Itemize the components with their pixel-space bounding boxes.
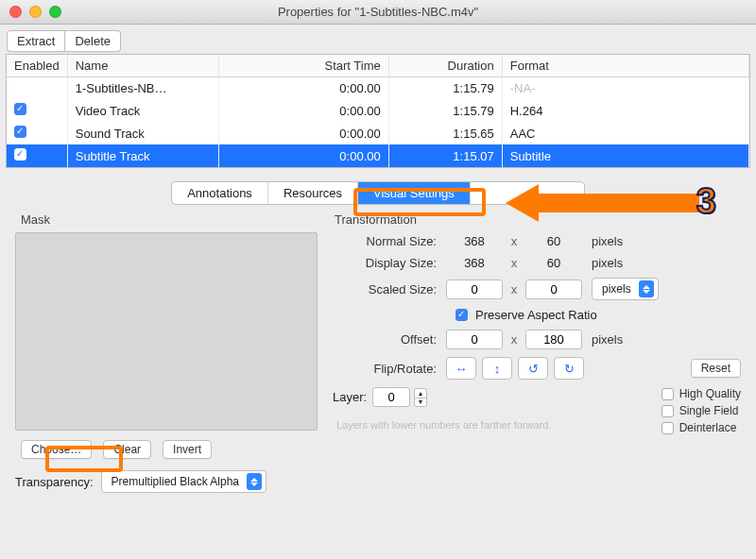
display-width: 368 xyxy=(446,256,503,270)
enabled-cell[interactable] xyxy=(7,122,67,144)
delete-button[interactable]: Delete xyxy=(65,30,121,52)
flip-vertical-button[interactable]: ↕ xyxy=(482,357,512,380)
x-sep: x xyxy=(503,332,525,347)
checkbox-icon xyxy=(14,148,26,161)
tab-bar: Annotations Resources Visual Settings xyxy=(0,181,756,205)
format-cell: Subtitle xyxy=(502,144,748,167)
x-sep: x xyxy=(503,282,525,296)
flip-rotate-label: Flip/Rotate: xyxy=(333,362,446,376)
rotate-ccw-icon: ↺ xyxy=(528,362,539,376)
name-cell: Video Track xyxy=(67,99,218,122)
table-row[interactable]: Video Track0:00.001:15.79H.264 xyxy=(7,99,749,122)
offset-label: Offset: xyxy=(333,332,446,347)
stepper-down-icon: ▾ xyxy=(414,398,427,407)
display-height: 60 xyxy=(525,256,582,270)
transformation-group: Transformation Normal Size: 368 x 60 pix… xyxy=(329,212,741,493)
name-cell: Subtitle Track xyxy=(67,144,218,167)
col-name[interactable]: Name xyxy=(67,55,218,77)
single-field-checkbox[interactable]: Single Field xyxy=(662,404,741,417)
transparency-value: Premultiplied Black Alpha xyxy=(112,475,239,488)
rotate-cw-button[interactable]: ↻ xyxy=(554,357,584,380)
tab-visual-settings[interactable]: Visual Settings xyxy=(358,182,471,204)
choose-button[interactable]: Choose… xyxy=(21,440,92,459)
duration-cell: 1:15.79 xyxy=(388,77,502,100)
mask-group: Mask Choose… Clear Invert Transparency: … xyxy=(15,212,318,493)
table-row[interactable]: 1-Subtitles-NB…0:00.001:15.79-NA- xyxy=(7,77,749,100)
unit-pixels: pixels xyxy=(582,332,648,347)
start-cell: 0:00.00 xyxy=(218,77,388,100)
col-format[interactable]: Format xyxy=(502,55,748,77)
stepper-up-icon: ▴ xyxy=(414,388,427,398)
offset-x-field[interactable] xyxy=(446,330,503,349)
unit-pixels: pixels xyxy=(582,256,648,270)
x-sep: x xyxy=(503,234,525,248)
normal-size-label: Normal Size: xyxy=(333,234,446,248)
unit-pixels: pixels xyxy=(582,234,648,248)
scaled-height-field[interactable] xyxy=(525,280,582,299)
col-enabled[interactable]: Enabled xyxy=(7,55,67,77)
mask-preview xyxy=(15,232,318,431)
x-sep: x xyxy=(503,256,525,270)
flip-horizontal-icon: ↔ xyxy=(455,362,468,376)
start-cell: 0:00.00 xyxy=(218,99,388,122)
table-row[interactable]: Subtitle Track0:00.001:15.07Subtitle xyxy=(7,144,749,167)
scaled-size-label: Scaled Size: xyxy=(333,282,446,296)
checkbox-icon xyxy=(14,126,26,138)
duration-cell: 1:15.65 xyxy=(388,122,502,144)
scaled-unit-value: pixels xyxy=(602,282,631,296)
layer-label: Layer: xyxy=(333,390,367,404)
format-cell: H.264 xyxy=(502,99,748,122)
tab-annotations[interactable]: Annotations xyxy=(172,182,268,204)
invert-button[interactable]: Invert xyxy=(163,440,212,459)
scaled-unit-popup[interactable]: pixels xyxy=(592,278,659,300)
high-quality-checkbox[interactable]: High Quality xyxy=(662,387,741,400)
preserve-aspect-label: Preserve Aspect Ratio xyxy=(475,308,597,322)
window-title: Properties for "1-Subtitles-NBC.m4v" xyxy=(0,5,756,19)
tab-obscured[interactable] xyxy=(471,182,584,204)
transparency-label: Transparency: xyxy=(15,475,94,489)
rotate-cw-icon: ↻ xyxy=(564,362,575,376)
clear-button[interactable]: Clear xyxy=(103,440,151,459)
popup-arrows-icon xyxy=(247,473,262,490)
enabled-cell[interactable] xyxy=(7,77,67,100)
mask-title: Mask xyxy=(21,212,318,227)
flip-vertical-icon: ↕ xyxy=(494,362,501,376)
popup-arrows-icon xyxy=(639,280,654,297)
deinterlace-checkbox[interactable]: Deinterlace xyxy=(662,421,741,434)
track-table: Enabled Name Start Time Duration Format … xyxy=(6,54,750,168)
transparency-popup[interactable]: Premultiplied Black Alpha xyxy=(101,470,266,493)
format-cell: AAC xyxy=(502,122,748,144)
window-titlebar: Properties for "1-Subtitles-NBC.m4v" xyxy=(0,0,756,25)
col-duration[interactable]: Duration xyxy=(388,55,502,77)
flip-horizontal-button[interactable]: ↔ xyxy=(446,357,476,380)
offset-y-field[interactable] xyxy=(525,330,582,349)
duration-cell: 1:15.79 xyxy=(388,99,502,122)
extract-button[interactable]: Extract xyxy=(7,30,65,52)
layer-stepper[interactable]: ▴ ▾ xyxy=(414,388,427,407)
name-cell: Sound Track xyxy=(67,122,218,144)
transformation-title: Transformation xyxy=(335,212,741,227)
tab-resources[interactable]: Resources xyxy=(268,182,358,204)
reset-button[interactable]: Reset xyxy=(691,359,741,378)
checkbox-icon xyxy=(14,103,26,115)
display-size-label: Display Size: xyxy=(333,256,446,270)
rotate-ccw-button[interactable]: ↺ xyxy=(518,357,548,380)
format-cell: -NA- xyxy=(502,77,748,100)
normal-width: 368 xyxy=(446,234,503,248)
preserve-aspect-checkbox[interactable] xyxy=(455,309,468,321)
table-row[interactable]: Sound Track0:00.001:15.65AAC xyxy=(7,122,749,144)
table-header-row: Enabled Name Start Time Duration Format xyxy=(7,55,749,77)
name-cell: 1-Subtitles-NB… xyxy=(67,77,218,100)
duration-cell: 1:15.07 xyxy=(388,144,502,167)
col-start-time[interactable]: Start Time xyxy=(218,55,388,77)
scaled-width-field[interactable] xyxy=(446,280,503,299)
toolbar: Extract Delete xyxy=(0,25,756,54)
enabled-cell[interactable] xyxy=(7,144,67,167)
normal-height: 60 xyxy=(525,234,582,248)
start-cell: 0:00.00 xyxy=(218,144,388,167)
layer-field[interactable] xyxy=(372,387,410,407)
start-cell: 0:00.00 xyxy=(218,122,388,144)
enabled-cell[interactable] xyxy=(7,99,67,122)
